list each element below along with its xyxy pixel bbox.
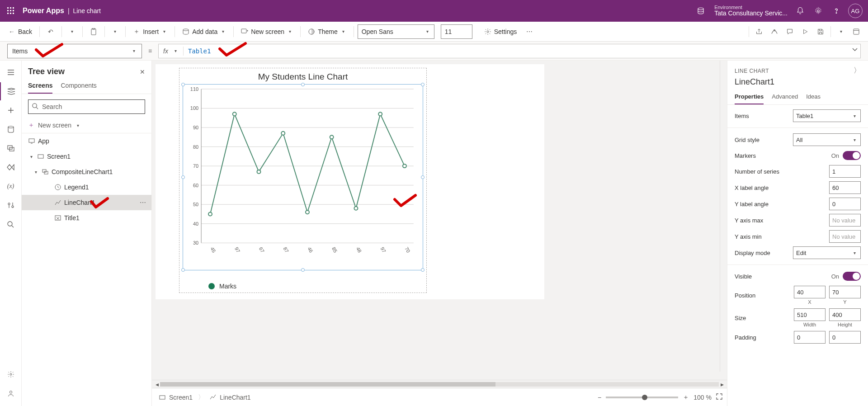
paste-button[interactable]	[86, 24, 101, 40]
prop-markers-toggle[interactable]	[843, 151, 861, 160]
comments-icon[interactable]	[783, 24, 797, 40]
variables-icon[interactable]: (x)	[0, 177, 22, 195]
prop-xlabel-angle-label: X label angle	[735, 184, 769, 191]
share-icon[interactable]	[752, 24, 766, 40]
horizontal-scrollbar[interactable]: ◂ ▸	[152, 380, 727, 388]
svg-text:70: 70	[193, 163, 198, 169]
vertical-scrollbar[interactable]	[720, 61, 727, 372]
tab-properties[interactable]: Properties	[735, 90, 764, 104]
publish-icon[interactable]	[849, 24, 863, 40]
prop-ymax-input[interactable]: No value	[829, 214, 861, 227]
tree-view-panel: Tree view ✕ Screens Components Search ＋ …	[22, 61, 152, 406]
prop-ymin-input[interactable]: No value	[829, 230, 861, 243]
insert-button[interactable]: ＋Insert▾	[129, 24, 171, 40]
prop-pad-b-input[interactable]: 0	[829, 331, 861, 344]
undo-button[interactable]: ↶	[43, 24, 58, 40]
save-dropdown[interactable]: ▾	[834, 24, 848, 40]
font-size-input[interactable]: 11	[441, 24, 472, 39]
tree-item-legend[interactable]: Legend1	[22, 179, 151, 195]
formula-input[interactable]: fx▾ Table1	[158, 44, 861, 58]
prop-pos-x-input[interactable]: 40	[794, 286, 826, 298]
chevron-down-icon: ▾	[838, 29, 844, 34]
preview-play-icon[interactable]	[798, 24, 812, 40]
group-icon	[42, 168, 49, 175]
insert-pane-icon[interactable]	[0, 101, 22, 119]
tree-item-composite[interactable]: ▾ CompositeLineChart1	[22, 164, 151, 179]
app-header: Power Apps | Line chart Environment Tata…	[0, 0, 868, 22]
prop-pad-a-input[interactable]: 0	[794, 331, 826, 344]
prop-grid-style-select[interactable]: All▾	[793, 133, 861, 146]
fit-screen-icon[interactable]	[716, 393, 722, 401]
search-placeholder: Search	[42, 103, 62, 110]
advanced-tools-icon[interactable]	[0, 196, 22, 214]
prop-xlabel-angle-input[interactable]: 60	[829, 181, 861, 194]
paste-dropdown[interactable]: ▾	[108, 24, 122, 40]
prop-size-h-value: 400	[832, 312, 842, 318]
svg-point-9	[698, 8, 703, 10]
rail-settings-icon[interactable]	[0, 365, 22, 383]
prop-size-h-input[interactable]: 400	[829, 308, 861, 321]
tree-item-title[interactable]: Title1	[22, 210, 151, 226]
tree-item-screen1[interactable]: ▾ Screen1	[22, 149, 151, 164]
save-icon[interactable]	[813, 24, 828, 40]
settings-button[interactable]: Settings	[481, 24, 521, 40]
prop-num-series-input[interactable]: 1	[829, 165, 861, 178]
zoom-in-icon[interactable]: ＋	[683, 393, 689, 401]
tree-new-screen-button[interactable]: ＋ New screen ▾	[22, 119, 151, 133]
prop-size-w-input[interactable]: 510	[794, 308, 826, 321]
undo-icon: ↶	[47, 28, 54, 35]
breadcrumb-screen[interactable]: Screen1	[156, 393, 195, 402]
data-pane-icon[interactable]	[0, 120, 22, 138]
checker-icon[interactable]	[767, 24, 782, 40]
prop-pos-y-input[interactable]: 70	[829, 286, 861, 298]
line-chart: 30405060708090100110459767874685489770	[183, 85, 423, 270]
media-pane-icon[interactable]	[0, 139, 22, 157]
undo-history-dropdown[interactable]: ▾	[66, 24, 79, 40]
prop-items-select[interactable]: Table1▾	[793, 109, 861, 122]
environment-picker[interactable]: Environment Tata Consultancy Servic...	[692, 0, 788, 22]
svg-point-62	[403, 164, 406, 168]
search-pane-icon[interactable]	[0, 215, 22, 233]
close-panel-icon[interactable]: ✕	[140, 68, 145, 76]
zoom-out-icon[interactable]: −	[598, 394, 601, 401]
page-title: Line chart	[73, 7, 101, 14]
linechart-icon	[210, 394, 217, 401]
more-icon[interactable]: ⋯	[140, 199, 146, 206]
back-button[interactable]: ←Back	[5, 24, 36, 40]
help-icon[interactable]	[827, 0, 845, 22]
add-data-button[interactable]: Add data▾	[179, 24, 230, 40]
power-automate-icon[interactable]	[0, 158, 22, 176]
tab-screens[interactable]: Screens	[28, 82, 52, 94]
prop-ylabel-angle-input[interactable]: 0	[829, 198, 861, 210]
prop-visible-toggle[interactable]	[843, 272, 861, 281]
notifications-icon[interactable]	[791, 0, 809, 22]
waffle-icon[interactable]	[5, 5, 16, 16]
tab-ideas[interactable]: Ideas	[806, 90, 821, 104]
tree-search-input[interactable]: Search	[28, 99, 145, 114]
tree-item-linechart[interactable]: LineChart1 ⋯	[22, 195, 151, 210]
prop-markers-value: On	[831, 152, 839, 159]
tab-components[interactable]: Components	[61, 82, 96, 94]
more-button[interactable]: ⋯	[522, 24, 537, 40]
chevron-right-icon[interactable]: 〉	[854, 66, 861, 76]
prop-display-mode-select[interactable]: Edit▾	[793, 246, 861, 259]
prop-ymin-label: Y axis min	[735, 233, 762, 240]
property-selector[interactable]: Items ▾	[7, 44, 142, 58]
linechart-selection[interactable]: 30405060708090100110459767874685489770	[183, 84, 423, 270]
settings-label: Settings	[494, 28, 517, 35]
artboard-screen1[interactable]: My Students Line Chart Marks 30405060	[156, 64, 544, 299]
zoom-slider[interactable]	[606, 397, 678, 398]
new-screen-button[interactable]: New screen▾	[237, 24, 297, 40]
expand-formula-icon[interactable]	[851, 46, 859, 54]
tab-advanced[interactable]: Advanced	[772, 90, 798, 104]
font-family-select[interactable]: Open Sans▾	[358, 24, 434, 39]
tree-item-app[interactable]: App	[22, 133, 151, 149]
hamburger-icon[interactable]	[0, 63, 22, 81]
virtual-agent-icon[interactable]	[0, 384, 22, 402]
tree-view-icon[interactable]	[0, 82, 22, 100]
svg-point-56	[257, 170, 260, 174]
avatar[interactable]: AG	[848, 4, 863, 18]
breadcrumb-linechart[interactable]: LineChart1	[207, 393, 254, 402]
theme-button[interactable]: Theme▾	[304, 24, 350, 40]
settings-gear-icon[interactable]	[809, 0, 827, 22]
